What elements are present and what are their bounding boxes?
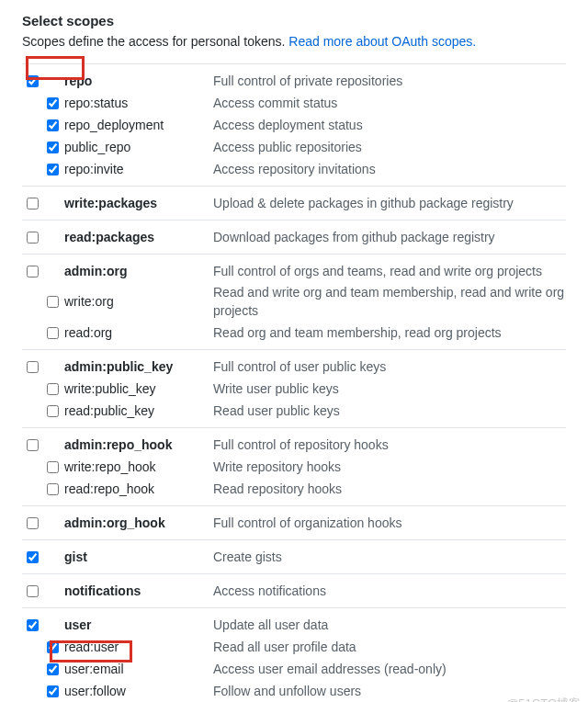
scope-name: repo:invite <box>62 161 213 179</box>
scope-child-row: repo_deploymentAccess deployment status <box>22 114 566 136</box>
scope-desc: Access repository invitations <box>213 161 566 179</box>
scope-name: read:repo_hook <box>62 481 213 499</box>
scope-checkbox[interactable] <box>27 361 39 373</box>
scope-desc: Access deployment status <box>213 117 566 135</box>
scope-checkbox[interactable] <box>27 198 39 209</box>
scope-child-row: public_repoAccess public repositories <box>22 136 566 158</box>
scope-parent-row: gistCreate gists <box>22 546 566 568</box>
scope-name: admin:org <box>62 263 213 281</box>
scope-checkbox[interactable] <box>47 142 59 153</box>
scope-child-row: read:userRead all user profile data <box>22 636 566 658</box>
scope-checkbox[interactable] <box>47 383 59 395</box>
scope-checkbox[interactable] <box>47 327 59 339</box>
scope-desc: Upload & delete packages in github packa… <box>213 195 566 213</box>
scope-name: read:user <box>62 639 213 657</box>
scopes-subtext: Scopes define the access for personal to… <box>22 32 566 51</box>
scope-name: write:repo_hook <box>62 459 213 477</box>
scope-parent-row: write:packagesUpload & delete packages i… <box>22 192 566 214</box>
scope-desc: Full control of repository hooks <box>213 436 566 455</box>
scope-group: write:packagesUpload & delete packages i… <box>22 187 566 221</box>
scope-checkbox[interactable] <box>47 663 59 675</box>
scope-desc: Full control of organization hooks <box>213 515 566 533</box>
scope-checkbox[interactable] <box>47 296 59 308</box>
scope-name: repo_deployment <box>62 117 213 135</box>
scope-desc: Full control of private repositories <box>213 73 566 91</box>
scope-child-row: write:repo_hookWrite repository hooks <box>22 456 566 478</box>
scope-checkbox[interactable] <box>27 517 39 529</box>
scope-name: user:email <box>62 661 213 679</box>
scope-checkbox[interactable] <box>27 585 39 597</box>
scope-desc: Access notifications <box>213 583 566 601</box>
scope-child-row: repo:statusAccess commit status <box>22 92 566 114</box>
scope-child-row: user:followFollow and unfollow users <box>22 680 566 702</box>
scope-name: write:org <box>62 293 213 311</box>
scope-desc: Write user public keys <box>213 380 566 399</box>
scope-name: notifications <box>62 583 213 601</box>
scope-group: gistCreate gists <box>22 540 566 574</box>
scope-checkbox[interactable] <box>47 685 59 697</box>
scope-name: read:public_key <box>62 402 213 421</box>
scope-name: gist <box>62 549 213 567</box>
scope-name: write:public_key <box>62 380 213 399</box>
scope-desc: Access public repositories <box>213 139 566 157</box>
scope-group: read:packagesDownload packages from gith… <box>22 221 566 255</box>
scope-child-row: write:orgRead and write org and team mem… <box>22 282 566 322</box>
scope-checkbox[interactable] <box>27 439 39 451</box>
scope-group: admin:orgFull control of orgs and teams,… <box>22 255 566 350</box>
scope-group: admin:repo_hookFull control of repositor… <box>22 428 566 506</box>
scope-checkbox[interactable] <box>47 483 59 495</box>
scope-parent-row: repoFull control of private repositories <box>22 70 566 92</box>
scope-name: public_repo <box>62 139 213 157</box>
scopes-panel: Select scopes Scopes define the access f… <box>0 0 588 702</box>
scope-desc: Update all user data <box>213 617 566 635</box>
watermark: @51CTO博客 <box>506 696 581 702</box>
scope-list: repoFull control of private repositories… <box>22 63 566 702</box>
scope-parent-row: notificationsAccess notifications <box>22 580 566 602</box>
scope-name: repo:status <box>62 95 213 113</box>
scope-name: user <box>62 617 213 635</box>
scope-parent-row: admin:orgFull control of orgs and teams,… <box>22 260 566 282</box>
scope-child-row: read:public_keyRead user public keys <box>22 400 566 422</box>
scope-group: notificationsAccess notifications <box>22 574 566 608</box>
scope-child-row: user:emailAccess user email addresses (r… <box>22 658 566 680</box>
scope-desc: Read all user profile data <box>213 639 566 657</box>
scopes-subtext-prefix: Scopes define the access for personal to… <box>22 34 288 49</box>
scope-child-row: read:repo_hookRead repository hooks <box>22 478 566 500</box>
scope-name: admin:public_key <box>62 358 213 377</box>
scope-checkbox[interactable] <box>47 97 59 109</box>
scope-checkbox[interactable] <box>47 461 59 473</box>
scope-name: write:packages <box>62 195 213 213</box>
scope-name: admin:repo_hook <box>62 436 213 455</box>
scope-checkbox[interactable] <box>27 551 39 563</box>
scope-child-row: write:public_keyWrite user public keys <box>22 378 566 400</box>
scope-name: read:org <box>62 324 213 343</box>
scope-child-row: repo:inviteAccess repository invitations <box>22 158 566 180</box>
scope-checkbox[interactable] <box>47 405 59 417</box>
scope-group: admin:org_hookFull control of organizati… <box>22 506 566 540</box>
scope-checkbox[interactable] <box>27 232 39 243</box>
scope-checkbox[interactable] <box>47 119 59 131</box>
scope-desc: Read org and team membership, read org p… <box>213 324 566 343</box>
scopes-heading: Select scopes <box>22 13 566 28</box>
scope-name: read:packages <box>62 229 213 247</box>
scope-parent-row: admin:public_keyFull control of user pub… <box>22 356 566 378</box>
scope-group: admin:public_keyFull control of user pub… <box>22 350 566 428</box>
scope-checkbox[interactable] <box>47 641 59 653</box>
scope-checkbox[interactable] <box>47 164 59 176</box>
scope-desc: Access user email addresses (read-only) <box>213 661 566 679</box>
scope-checkbox[interactable] <box>27 75 39 87</box>
scope-desc: Read repository hooks <box>213 481 566 499</box>
scope-name: repo <box>62 73 213 91</box>
scope-checkbox[interactable] <box>27 619 39 631</box>
scope-desc: Create gists <box>213 549 566 567</box>
scope-checkbox[interactable] <box>27 266 39 277</box>
oauth-scopes-link[interactable]: Read more about OAuth scopes. <box>288 34 476 49</box>
scope-name: admin:org_hook <box>62 515 213 533</box>
scope-desc: Access commit status <box>213 95 566 113</box>
scope-group: repoFull control of private repositories… <box>22 64 566 187</box>
scope-child-row: read:orgRead org and team membership, re… <box>22 322 566 344</box>
scope-desc: Read user public keys <box>213 402 566 421</box>
scope-desc: Download packages from github package re… <box>213 229 566 247</box>
scope-parent-row: read:packagesDownload packages from gith… <box>22 226 566 248</box>
scope-desc: Read and write org and team membership, … <box>213 284 566 320</box>
